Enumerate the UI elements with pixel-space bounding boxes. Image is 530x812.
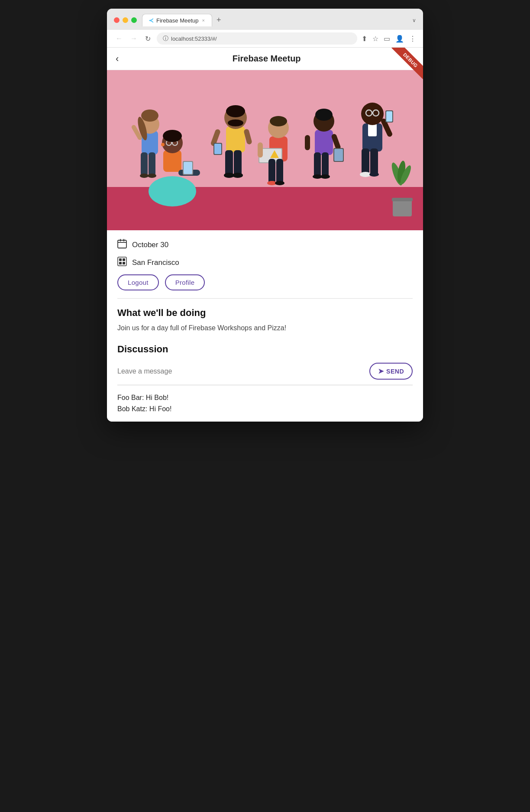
svg-point-42 [275, 181, 284, 185]
new-tab-button[interactable]: + [215, 16, 223, 25]
list-item: Bob Katz: Hi Foo! [117, 405, 413, 413]
tab-bar: ≺ Firebase Meetup × + ∨ [142, 14, 416, 26]
event-location: San Francisco [132, 258, 179, 267]
svg-rect-38 [258, 142, 263, 158]
url-text: localhost:52333/#/ [171, 35, 217, 42]
what-heading: What we'll be doing [117, 307, 413, 319]
forward-nav-button[interactable]: → [129, 34, 139, 43]
discussion-heading: Discussion [117, 344, 413, 355]
svg-rect-63 [362, 148, 369, 175]
svg-point-34 [270, 116, 287, 126]
svg-rect-50 [314, 152, 321, 177]
tab-close-button[interactable]: × [201, 17, 206, 23]
profile-button[interactable]: Profile [165, 274, 205, 290]
description-body: Join us for a day full of Firebase Works… [117, 323, 413, 333]
svg-point-14 [163, 130, 182, 142]
svg-rect-26 [214, 144, 221, 154]
svg-point-22 [226, 105, 245, 117]
location-row: San Francisco [117, 257, 413, 268]
svg-rect-20 [226, 126, 245, 152]
maximize-button[interactable] [131, 17, 137, 23]
profile-icon[interactable]: 👤 [395, 35, 404, 43]
svg-point-23 [228, 119, 243, 126]
bookmark-icon[interactable]: ☆ [372, 35, 378, 43]
svg-rect-62 [386, 111, 392, 122]
active-tab[interactable]: ≺ Firebase Meetup × [142, 14, 212, 26]
back-nav-button[interactable]: ← [114, 34, 124, 43]
action-buttons: Logout Profile [117, 274, 413, 290]
chat-messages: Foo Bar: Hi Bob! Bob Katz: Hi Foo! [117, 394, 413, 413]
address-bar: ← → ↻ ⓘ localhost:52333/#/ ⬆ ☆ ▭ 👤 ⋮ [107, 30, 423, 48]
date-icon [117, 239, 127, 251]
close-button[interactable] [114, 17, 120, 23]
traffic-lights [114, 17, 137, 23]
section-divider [117, 298, 413, 299]
svg-rect-71 [392, 198, 413, 201]
menu-icon[interactable]: ⋮ [409, 35, 416, 43]
svg-rect-55 [368, 123, 377, 136]
send-label: SEND [386, 368, 404, 375]
svg-point-8 [148, 174, 156, 178]
svg-point-7 [140, 174, 149, 178]
minimize-button[interactable] [123, 17, 128, 23]
svg-rect-29 [234, 150, 242, 176]
svg-rect-19 [184, 162, 192, 174]
hero-image [107, 70, 423, 230]
app-header: ‹ Firebase Meetup [107, 48, 423, 70]
tab-label: Firebase Meetup [156, 17, 199, 24]
svg-rect-43 [315, 130, 333, 155]
svg-rect-39 [268, 159, 275, 184]
svg-rect-77 [119, 258, 122, 261]
svg-rect-5 [141, 152, 148, 176]
tab-more-button[interactable]: ∨ [412, 17, 416, 23]
hero-illustration [107, 70, 423, 230]
svg-rect-64 [370, 148, 378, 175]
svg-rect-70 [393, 199, 412, 216]
svg-rect-72 [118, 240, 126, 248]
content-section: October 30 San Francisco Logout [107, 230, 423, 422]
address-input[interactable]: ⓘ localhost:52333/#/ [157, 32, 357, 45]
svg-point-3 [141, 110, 158, 122]
svg-rect-78 [123, 258, 125, 261]
svg-point-53 [320, 174, 330, 179]
send-button[interactable]: ➤ SEND [369, 363, 413, 380]
list-item: Foo Bar: Hi Bob! [117, 394, 413, 402]
app-container: DEBUG ‹ Firebase Meetup [107, 48, 423, 422]
svg-rect-51 [322, 152, 329, 177]
app-back-button[interactable]: ‹ [116, 54, 119, 64]
svg-rect-9 [163, 150, 181, 172]
svg-rect-79 [119, 262, 122, 264]
logout-button[interactable]: Logout [117, 274, 159, 290]
svg-rect-28 [225, 150, 233, 176]
svg-rect-40 [276, 159, 283, 184]
event-date: October 30 [132, 241, 168, 249]
svg-rect-80 [123, 262, 125, 264]
title-bar: ≺ Firebase Meetup × + ∨ [107, 9, 423, 30]
send-icon: ➤ [378, 367, 384, 375]
svg-point-31 [233, 173, 243, 178]
location-icon [117, 257, 127, 268]
message-input[interactable] [117, 367, 364, 375]
refresh-button[interactable]: ↻ [143, 34, 152, 44]
flutter-icon: ≺ [149, 17, 154, 24]
browser-toolbar-icons: ⬆ ☆ ▭ 👤 ⋮ [362, 35, 416, 43]
svg-point-66 [369, 172, 379, 177]
svg-point-17 [161, 143, 165, 146]
date-row: October 30 [117, 239, 413, 251]
reader-icon[interactable]: ▭ [384, 35, 390, 43]
svg-point-45 [315, 109, 333, 121]
svg-point-16 [149, 176, 196, 206]
page-title: Firebase Meetup [119, 54, 414, 64]
svg-rect-6 [149, 152, 155, 176]
svg-rect-76 [118, 257, 126, 266]
message-input-row: ➤ SEND [117, 363, 413, 385]
share-icon[interactable]: ⬆ [362, 35, 367, 43]
security-icon: ⓘ [163, 35, 168, 42]
svg-rect-49 [305, 135, 310, 150]
browser-window: ≺ Firebase Meetup × + ∨ ← → ↻ ⓘ localhos… [107, 9, 423, 422]
svg-rect-48 [334, 149, 343, 161]
